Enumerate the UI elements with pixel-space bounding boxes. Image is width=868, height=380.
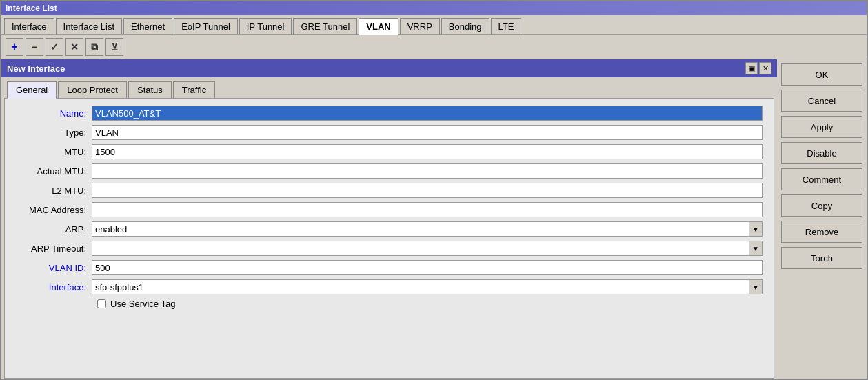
actual-mtu-row: Actual MTU: [16,163,763,179]
l2-mtu-input[interactable] [92,183,763,198]
tab-loop-protect[interactable]: Loop Protect [58,81,127,98]
ok-button[interactable]: OK [781,63,862,86]
copy-button[interactable]: ⧉ [85,38,103,56]
tab-vlan[interactable]: VLAN [359,18,398,35]
tab-lte[interactable]: LTE [491,18,522,34]
arp-timeout-select-wrapper: ▼ [92,241,763,256]
name-label: Name: [16,108,92,119]
right-panel: OK Cancel Apply Disable Comment Copy Rem… [777,59,867,379]
type-row: Type: [16,125,763,140]
apply-button[interactable]: Apply [781,116,862,138]
toolbar: + − ✓ ✕ ⧉ ⊻ [1,35,867,59]
form-area: Name: Type: MTU: Actual MTU: [4,98,774,379]
arp-timeout-select[interactable] [92,241,763,256]
window-title: Interface List [6,3,57,13]
arp-timeout-label: ARP Timeout: [16,243,92,254]
arp-dropdown-arrow[interactable]: ▼ [749,221,763,237]
arp-label: ARP: [16,224,92,234]
main-area: New Interface ▣ ✕ General Loop Protect S… [1,59,867,379]
vlan-id-row: VLAN ID: [16,260,763,275]
dialog-panel: New Interface ▣ ✕ General Loop Protect S… [1,59,777,379]
actual-mtu-label: Actual MTU: [16,166,92,177]
tab-general[interactable]: General [7,81,57,99]
use-service-tag-label: Use Service Tag [110,299,175,309]
tab-gre-tunnel[interactable]: GRE Tunnel [293,18,357,34]
disable-button-right[interactable]: Disable [781,142,862,164]
add-button[interactable]: + [6,38,23,56]
name-row: Name: [16,106,763,121]
dialog-tabs: General Loop Protect Status Traffic [1,77,777,98]
l2-mtu-label: L2 MTU: [16,186,92,196]
title-bar: Interface List [1,1,867,15]
enable-button[interactable]: ✓ [46,38,63,56]
dialog-title-text: New Interface [7,63,65,74]
tab-interface-list[interactable]: Interface List [56,18,122,34]
l2-mtu-row: L2 MTU: [16,183,763,198]
dialog-title-bar: New Interface ▣ ✕ [1,59,777,77]
cancel-button[interactable]: Cancel [781,90,862,112]
arp-row: ARP: enabled disabled proxy-arp local-pr… [16,221,763,237]
torch-button[interactable]: Torch [781,247,862,269]
menu-tabs: Interface Interface List Ethernet EoIP T… [1,15,867,35]
dialog-controls: ▣ ✕ [745,62,771,74]
copy-button-right[interactable]: Copy [781,194,862,217]
tab-traffic[interactable]: Traffic [173,81,215,98]
type-input[interactable] [92,125,763,140]
interface-select-wrapper: sfp-sfpplus1 ▼ [92,279,763,294]
tab-status[interactable]: Status [128,81,172,98]
dialog-close-button[interactable]: ✕ [759,62,771,74]
mtu-input[interactable] [92,144,763,159]
tab-bonding[interactable]: Bonding [441,18,489,34]
tab-interface[interactable]: Interface [4,18,54,34]
actual-mtu-input[interactable] [92,163,763,179]
mtu-row: MTU: [16,144,763,159]
mac-label: MAC Address: [16,205,92,215]
main-window: Interface List Interface Interface List … [0,0,868,380]
tab-ethernet[interactable]: Ethernet [123,18,172,34]
arp-timeout-row: ARP Timeout: ▼ [16,241,763,256]
tab-ip-tunnel[interactable]: IP Tunnel [239,18,292,34]
filter-button[interactable]: ⊻ [105,38,123,56]
dialog-restore-button[interactable]: ▣ [745,62,758,74]
mtu-label: MTU: [16,147,92,157]
remove-button[interactable]: − [26,38,43,56]
mac-row: MAC Address: [16,202,763,217]
disable-button[interactable]: ✕ [65,38,83,56]
comment-button[interactable]: Comment [781,168,862,190]
arp-select-wrapper: enabled disabled proxy-arp local-proxy-a… [92,221,763,237]
vlan-id-input[interactable] [92,260,763,275]
use-service-tag-row: Use Service Tag [16,299,763,309]
arp-select[interactable]: enabled disabled proxy-arp local-proxy-a… [92,221,763,237]
vlan-id-label: VLAN ID: [16,263,92,273]
name-input[interactable] [92,106,763,121]
use-service-tag-checkbox[interactable] [97,299,106,308]
remove-button-right[interactable]: Remove [781,221,862,243]
type-label: Type: [16,128,92,138]
tab-eoip-tunnel[interactable]: EoIP Tunnel [174,18,238,34]
mac-input[interactable] [92,202,763,217]
interface-dropdown-arrow[interactable]: ▼ [749,279,763,294]
interface-row: Interface: sfp-sfpplus1 ▼ [16,279,763,294]
interface-select[interactable]: sfp-sfpplus1 [92,279,763,294]
interface-label: Interface: [16,282,92,292]
tab-vrrp[interactable]: VRRP [400,18,440,34]
arp-timeout-dropdown-arrow[interactable]: ▼ [749,241,763,256]
